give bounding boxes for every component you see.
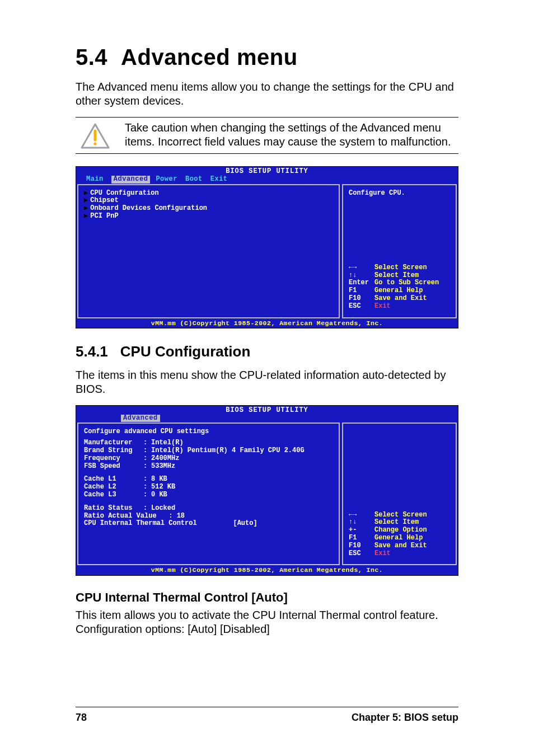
key-action: Go to Sub Screen bbox=[374, 279, 439, 287]
caution-block: Take caution when changing the settings … bbox=[76, 117, 458, 154]
subsection-heading: 5.4.1CPU Configuration bbox=[76, 343, 458, 360]
key-action: Exit bbox=[374, 550, 391, 558]
bios-tab-advanced[interactable]: Advanced bbox=[121, 415, 160, 422]
key-label: Enter bbox=[349, 279, 374, 287]
bios-menu-panel: ▶CPU Configuration ▶Chipset ▶Onboard Dev… bbox=[77, 184, 340, 318]
bios-cpu-panel: Configure advanced CPU settings Manufact… bbox=[77, 422, 340, 565]
key-action: Select Screen bbox=[374, 511, 427, 519]
section-intro: The Advanced menu items allow you to cha… bbox=[76, 80, 458, 108]
key-label: F1 bbox=[349, 534, 374, 542]
section-number: 5.4 bbox=[76, 45, 107, 69]
key-action: General Help bbox=[374, 287, 423, 295]
key-label: F10 bbox=[349, 542, 374, 550]
key-label: F1 bbox=[349, 287, 374, 295]
key-action: General Help bbox=[374, 534, 423, 542]
caution-text: Take caution when changing the settings … bbox=[115, 121, 458, 149]
bios-tab-main[interactable]: Main bbox=[86, 176, 111, 184]
bios-keymap: ←→Select Screen ↑↓Select Item EnterGo to… bbox=[349, 264, 450, 311]
key-label: ESC bbox=[349, 550, 374, 558]
subsection-intro: The items in this menu show the CPU-rela… bbox=[76, 368, 458, 396]
caution-icon bbox=[76, 121, 115, 149]
info-row: Cache L2: 512 KB bbox=[84, 483, 333, 491]
bios-screenshot-advanced-menu: BIOS SETUP UTILITY Main Advanced Power B… bbox=[76, 166, 458, 328]
info-row: Frequency: 2400MHz bbox=[84, 455, 333, 463]
submenu-arrow-icon: ▶ bbox=[84, 189, 88, 197]
key-label: ESC bbox=[349, 303, 374, 311]
field-heading: CPU Internal Thermal Control [Auto] bbox=[76, 590, 458, 605]
key-action: Change Option bbox=[374, 527, 427, 534]
section-title-text: Advanced menu bbox=[121, 45, 297, 69]
bios-menu-item[interactable]: ▶CPU Configuration bbox=[84, 190, 333, 198]
key-label: +- bbox=[349, 527, 374, 534]
key-label: ↑↓ bbox=[349, 272, 374, 280]
chapter-label: Chapter 5: BIOS setup bbox=[352, 712, 458, 724]
submenu-arrow-icon: ▶ bbox=[84, 196, 88, 204]
page-footer: 78 Chapter 5: BIOS setup bbox=[76, 707, 458, 724]
bios-help-panel: ←→Select Screen ↑↓Select Item +-Change O… bbox=[342, 422, 457, 565]
subsection-title-text: CPU Configuration bbox=[120, 343, 251, 360]
key-action: Select Item bbox=[374, 272, 419, 280]
section-heading: 5.4Advanced menu bbox=[76, 45, 458, 70]
submenu-arrow-icon: ▶ bbox=[84, 212, 88, 220]
key-action: Select Item bbox=[374, 519, 419, 527]
key-label: ←→ bbox=[349, 511, 374, 519]
bios-help-text: Configure CPU. bbox=[349, 190, 450, 198]
key-label: ↑↓ bbox=[349, 519, 374, 527]
bios-tab-boot[interactable]: Boot bbox=[185, 176, 210, 184]
bios-panel-subtitle: Configure advanced CPU settings bbox=[84, 428, 333, 439]
info-row: FSB Speed: 533MHz bbox=[84, 463, 333, 471]
bios-tab-bar: Advanced bbox=[76, 415, 458, 423]
bios-tab-advanced[interactable]: Advanced bbox=[111, 176, 151, 184]
bios-tab-power[interactable]: Power bbox=[156, 176, 185, 184]
bios-title: BIOS SETUP UTILITY bbox=[76, 406, 458, 415]
key-action: Select Screen bbox=[374, 264, 427, 272]
page-number: 78 bbox=[76, 712, 87, 724]
subsection-number: 5.4.1 bbox=[76, 343, 108, 360]
key-action: Save and Exit bbox=[374, 295, 427, 303]
info-row: Cache L1: 8 KB bbox=[84, 476, 333, 483]
bios-copyright: vMM.mm (C)Copyright 1985-2002, American … bbox=[76, 320, 458, 328]
bios-tab-exit[interactable]: Exit bbox=[210, 176, 236, 184]
field-description: This item allows you to activate the CPU… bbox=[76, 608, 458, 636]
submenu-arrow-icon: ▶ bbox=[84, 204, 88, 212]
bios-copyright: vMM.mm (C)Copyright 1985-2002, American … bbox=[76, 566, 458, 575]
bios-title: BIOS SETUP UTILITY bbox=[76, 167, 458, 176]
bios-menu-item[interactable]: ▶Chipset bbox=[84, 197, 333, 205]
bios-tab-bar: Main Advanced Power Boot Exit bbox=[76, 176, 458, 184]
bios-screenshot-cpu-config: BIOS SETUP UTILITY Advanced Configure ad… bbox=[76, 405, 458, 576]
info-row: Ratio Actual Value : 18 bbox=[84, 513, 333, 520]
info-row: Brand String: Intel(R) Pentium(R) 4 Fami… bbox=[84, 447, 333, 455]
bios-menu-item[interactable]: ▶PCI PnP bbox=[84, 213, 333, 220]
bios-option-thermal[interactable]: CPU Internal Thermal Control [Auto] bbox=[84, 520, 333, 528]
key-label: ←→ bbox=[349, 264, 374, 272]
bios-keymap: ←→Select Screen ↑↓Select Item +-Change O… bbox=[349, 511, 450, 558]
key-action: Save and Exit bbox=[374, 542, 427, 550]
info-row: Manufacturer: Intel(R) bbox=[84, 439, 333, 447]
key-action: Exit bbox=[374, 303, 391, 311]
info-row: Ratio Status: Locked bbox=[84, 505, 333, 513]
svg-point-2 bbox=[93, 142, 96, 145]
info-row: Cache L3: 0 KB bbox=[84, 491, 333, 499]
key-label: F10 bbox=[349, 295, 374, 303]
bios-help-panel: Configure CPU. ←→Select Screen ↑↓Select … bbox=[342, 184, 457, 318]
bios-menu-item[interactable]: ▶Onboard Devices Configuration bbox=[84, 205, 333, 213]
